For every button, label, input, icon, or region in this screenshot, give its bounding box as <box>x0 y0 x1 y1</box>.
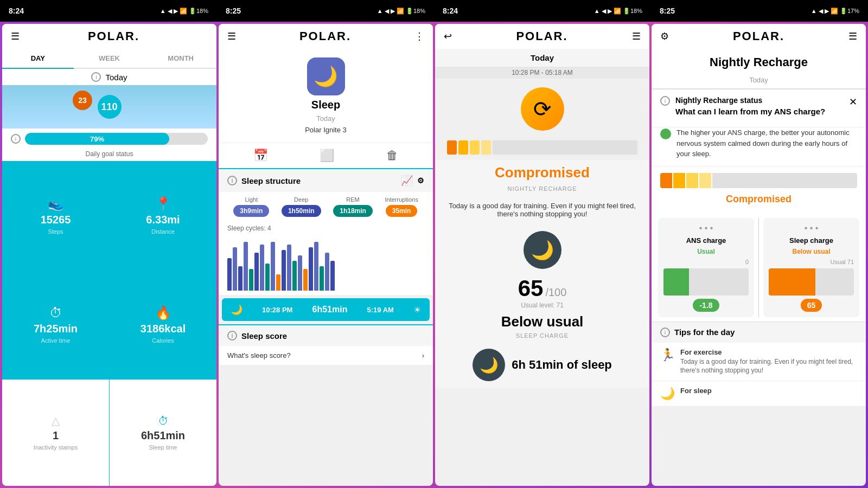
s3-compromised: Compromised <box>435 160 649 185</box>
s2-settings-icon[interactable]: ⚙ <box>417 176 424 185</box>
s4-ans-text: The higher your ANS charge, the better y… <box>676 127 857 159</box>
s2-sleep-title: Sleep <box>311 99 340 111</box>
s3-score-row: 65 /100 <box>435 275 649 301</box>
sleep-bar-10 <box>276 274 280 291</box>
status-segment-4: 8:25 ▲ ◀ ▶ 📶 🔋17% <box>651 7 868 15</box>
sleep-chart-bars <box>227 242 424 291</box>
sleep-time-icon: ⏱ <box>158 415 169 427</box>
icons-3: ▲ ◀ ▶ 📶 🔋18% <box>594 8 642 15</box>
s4-hamburger-icon[interactable]: ☰ <box>848 30 857 42</box>
distance-icon: 📍 <box>155 196 171 211</box>
sleep-duration: 6h51min <box>312 305 348 314</box>
s3-recharge-icon: ⟳ <box>521 87 564 131</box>
time-4: 8:25 <box>660 7 675 15</box>
sleep-bar-6 <box>254 253 259 291</box>
s3-score: 65 <box>518 275 544 301</box>
active-time-value: 7h25min <box>34 323 78 335</box>
s2-score-link[interactable]: What's sleep score? › <box>219 346 433 365</box>
s4-ans-charge: • • • ANS charge Usual 0 -1.8 <box>658 218 754 317</box>
s2-action-row: 📅 ⬜ 🗑 <box>219 143 433 168</box>
calories-icon: 🔥 <box>155 305 171 320</box>
s2-info-icon[interactable]: i <box>227 176 237 185</box>
s3-sleep-duration: 6h 51min of sleep <box>512 358 612 372</box>
s2-chart-icon[interactable]: 📈 <box>401 175 413 187</box>
s4-info-icon[interactable]: i <box>660 96 670 106</box>
screen-1-activity: ☰ POLAR. DAY WEEK MONTH i Today 23 110 i… <box>2 24 216 486</box>
s3-nr-label: NIGHTLY RECHARGE <box>435 185 649 195</box>
tab-week[interactable]: WEEK <box>74 49 145 68</box>
sleep-legend: Light 3h9min Deep 1h50min REM 1h18min In… <box>219 192 433 221</box>
info-icon-2[interactable]: i <box>11 134 21 144</box>
calories-value: 3186kcal <box>141 323 186 335</box>
stat-steps: 👟 15265 Steps <box>2 161 109 269</box>
active-time-icon: ⏱ <box>49 305 62 320</box>
sleep-bar-9 <box>271 242 275 291</box>
s4-settings-icon[interactable]: ⚙ <box>660 30 669 42</box>
legend-light-time: 3h9min <box>233 205 269 217</box>
s2-score-title: Sleep score <box>241 331 287 341</box>
s4-charges-row: • • • ANS charge Usual 0 -1.8 • • • Slee… <box>652 214 866 322</box>
sleep-label: Sleep time <box>149 444 177 451</box>
time-2: 8:25 <box>226 7 241 15</box>
s4-seg-4 <box>699 173 711 188</box>
crop-icon[interactable]: ⬜ <box>320 149 334 163</box>
s4-seg-3 <box>686 173 698 188</box>
inactivity-icon: △ <box>52 414 60 427</box>
inactivity-value: 1 <box>53 429 59 442</box>
steps-icon: 👟 <box>48 196 64 211</box>
s4-today: Today <box>652 76 866 89</box>
info-icon-1[interactable]: i <box>91 72 101 82</box>
s3-back-icon[interactable]: ↩ <box>444 30 452 42</box>
sleep-bar-12 <box>287 245 291 291</box>
icons-1: ▲ ◀ ▶ 📶 🔋18% <box>160 8 208 15</box>
s4-mini-bar <box>660 173 857 188</box>
bar-seg-4 <box>481 140 491 155</box>
s2-score-info[interactable]: i <box>227 331 237 341</box>
s4-sleep-usual-label: Usual 71 <box>769 259 854 265</box>
calories-label: Calories <box>152 337 174 344</box>
s4-info-content: Nightly Recharge status What can I learn… <box>675 96 825 120</box>
s4-header: ⚙ POLAR. ☰ <box>652 24 866 49</box>
s4-info-title: Nightly Recharge status <box>675 96 825 105</box>
sleep-bar-3 <box>238 266 242 291</box>
hamburger-icon[interactable]: ☰ <box>11 30 20 42</box>
icons-2: ▲ ◀ ▶ 📶 🔋18% <box>377 8 425 15</box>
s4-sleep-title: Sleep charge <box>769 236 854 245</box>
s2-sleep-structure-header: i Sleep structure 📈 ⚙ <box>219 168 433 192</box>
status-segment-1: 8:24 ▲ ◀ ▶ 📶 🔋18% <box>0 7 217 15</box>
s1-header: ☰ POLAR. <box>2 24 216 49</box>
sun-icon: ☀ <box>413 305 421 315</box>
active-time-label: Active time <box>41 337 71 344</box>
status-segment-2: 8:25 ▲ ◀ ▶ 📶 🔋18% <box>217 7 434 15</box>
calendar-icon[interactable]: 📅 <box>253 149 268 163</box>
tab-day[interactable]: DAY <box>2 49 74 69</box>
screens-container: ☰ POLAR. DAY WEEK MONTH i Today 23 110 i… <box>0 22 868 488</box>
legend-rem: REM 1h18min <box>333 196 373 217</box>
s4-ans-row: The higher your ANS charge, the better y… <box>652 127 866 166</box>
s4-tip-exercise-content: For exercise Today is a good day for tra… <box>680 348 857 376</box>
tab-month[interactable]: MONTH <box>145 49 216 68</box>
s4-sleep-fill <box>769 268 815 296</box>
s4-tips-icon[interactable]: i <box>660 328 670 337</box>
legend-int-time: 35min <box>386 205 418 217</box>
sleep-value: 6h51min <box>141 429 185 442</box>
s4-tip-exercise-title: For exercise <box>680 348 857 356</box>
s2-header: ☰ POLAR. ⋮ <box>219 24 433 49</box>
s2-score-section: i Sleep score <box>219 324 433 346</box>
sleep-tip-icon: 🌙 <box>660 387 675 401</box>
s4-sleep-dots: • • • <box>769 223 854 233</box>
progress-label: Daily goal status <box>2 149 216 161</box>
legend-deep: Deep 1h50min <box>282 196 321 217</box>
progress-bar: 79% <box>25 133 208 145</box>
sleep-bar-15 <box>303 269 308 291</box>
s3-status-icon: ⟳ <box>435 79 649 139</box>
s4-close-icon[interactable]: ✕ <box>849 96 857 108</box>
s2-more-icon[interactable]: ⋮ <box>414 30 424 42</box>
sleep-bar-17 <box>314 242 318 291</box>
sleep-bar-8 <box>265 264 270 291</box>
legend-int: Interruptions 35min <box>385 196 418 217</box>
s2-hamburger-icon[interactable]: ☰ <box>227 30 236 42</box>
s4-seg-empty <box>712 173 857 188</box>
s3-hamburger-icon[interactable]: ☰ <box>632 30 641 42</box>
delete-icon[interactable]: 🗑 <box>386 149 398 163</box>
